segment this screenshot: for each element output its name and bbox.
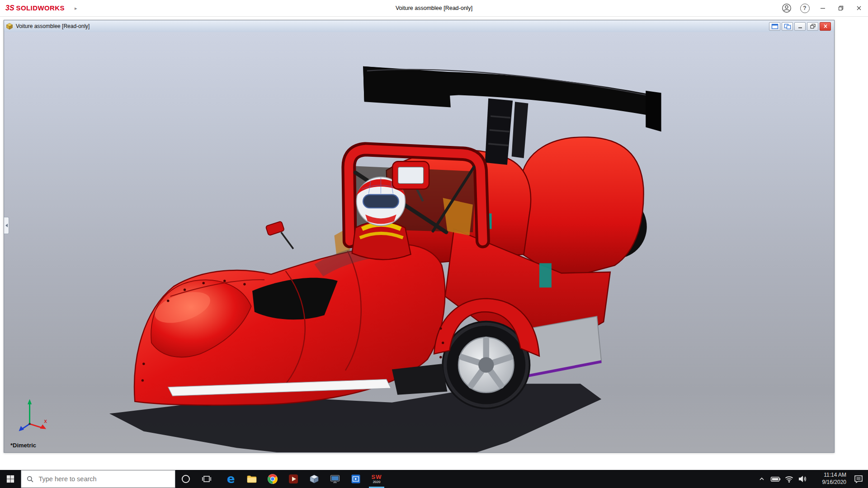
app-titlebar: 3S SOLIDWORKS ▸ Voiture assomblee [Read-… <box>0 0 868 17</box>
minimize-button[interactable] <box>814 0 832 16</box>
media-player-icon <box>288 474 299 484</box>
document-titlebar[interactable]: Voiture assomblee [Read-only] <box>4 20 834 33</box>
media-player-button[interactable] <box>283 470 304 488</box>
document-window: Voiture assomblee [Read-only] <box>4 20 835 453</box>
document-title: Voiture assomblee [Read-only] <box>16 23 90 29</box>
taskbar: e <box>0 470 868 488</box>
chevron-right-icon: ▸ <box>75 5 77 11</box>
chevron-up-icon <box>758 475 765 483</box>
orientation-triad: x <box>13 398 49 434</box>
minimize-icon <box>819 5 826 12</box>
rocker-panel <box>392 364 448 395</box>
cortana-icon <box>181 474 191 484</box>
chrome-icon <box>267 474 278 484</box>
help-icon: ? <box>800 4 810 13</box>
restore-icon <box>837 5 844 12</box>
windows-logo-icon <box>6 475 14 483</box>
battery-button[interactable] <box>769 470 782 488</box>
file-explorer-button[interactable] <box>241 470 262 488</box>
app-title: Voiture assomblee [Read-only] <box>0 5 868 11</box>
photos-button[interactable] <box>345 470 366 488</box>
volume-button[interactable] <box>796 470 809 488</box>
doc-restore-button[interactable] <box>807 22 818 31</box>
cortana-button[interactable] <box>175 470 196 488</box>
search-icon <box>27 475 33 483</box>
network-button[interactable] <box>782 470 796 488</box>
side-window-teal <box>539 263 552 288</box>
account-button[interactable] <box>778 0 796 16</box>
solidworks-logo: 3S SOLIDWORKS <box>0 4 65 12</box>
doc-close-icon <box>822 23 829 29</box>
svg-text:e: e <box>227 473 235 485</box>
rear-right-fender[interactable] <box>520 137 643 280</box>
photos-icon <box>350 474 361 484</box>
doc-restore-icon <box>810 23 816 29</box>
close-button[interactable] <box>850 0 868 16</box>
battery-icon <box>770 475 781 483</box>
doc-minimize-icon <box>797 23 803 29</box>
clock-date: 9/16/2020 <box>822 479 846 486</box>
action-center-button[interactable] <box>849 470 868 488</box>
cad-cube-button[interactable] <box>304 470 325 488</box>
model-voiture-assomblee[interactable] <box>4 32 834 452</box>
terminal-button[interactable] <box>325 470 345 488</box>
help-button[interactable]: ? <box>796 0 814 16</box>
desktop-screen: 3S SOLIDWORKS ▸ Voiture assomblee [Read-… <box>0 0 868 488</box>
solidworks-2020-button[interactable]: SW 2020 <box>366 470 387 488</box>
chrome-button[interactable] <box>262 470 283 488</box>
featuremanager-flyout-tab[interactable] <box>4 217 9 234</box>
task-view-icon <box>202 474 212 484</box>
search-input[interactable] <box>38 475 170 483</box>
doc-pane-button-2[interactable] <box>782 22 793 31</box>
speaker-icon <box>798 474 807 483</box>
doc-minimize-button[interactable] <box>794 22 806 31</box>
triad-x-label: x <box>44 418 47 424</box>
solidworks-2020-icon: SW 2020 <box>372 474 382 484</box>
view-orientation-label: *Dimetric <box>10 442 36 449</box>
menu-expand-button[interactable]: ▸ <box>72 4 80 13</box>
terminal-icon <box>330 474 340 484</box>
split-pane-icon <box>784 23 791 29</box>
wifi-icon <box>785 475 793 483</box>
file-explorer-icon <box>246 474 257 484</box>
pane-icon <box>771 23 778 29</box>
chevron-left-icon <box>5 224 8 227</box>
account-icon <box>781 3 792 14</box>
clock-time: 11:14 AM <box>824 472 846 479</box>
system-tray: 11:14 AM 9/16/2020 <box>755 470 868 488</box>
tray-expand-button[interactable] <box>755 470 769 488</box>
side-mirror[interactable] <box>265 221 293 249</box>
start-button[interactable] <box>0 470 21 488</box>
assembly-document-icon <box>6 23 13 30</box>
edge-button[interactable]: e <box>221 470 241 488</box>
doc-close-button[interactable] <box>820 22 831 31</box>
action-center-icon <box>854 474 863 483</box>
task-view-button[interactable] <box>196 470 217 488</box>
restore-button[interactable] <box>832 0 850 16</box>
edge-icon: e <box>225 473 237 485</box>
doc-pane-button-1[interactable] <box>769 22 780 31</box>
taskbar-clock[interactable]: 11:14 AM 9/16/2020 <box>809 470 849 488</box>
graphics-viewport[interactable]: x *Dimetric <box>4 32 834 452</box>
close-icon <box>855 5 863 12</box>
cad-cube-icon <box>309 474 320 484</box>
solidworks-logo-text: SOLIDWORKS <box>16 4 65 12</box>
solidworks-logo-mark: 3S <box>5 4 14 12</box>
taskbar-search[interactable] <box>21 470 175 488</box>
